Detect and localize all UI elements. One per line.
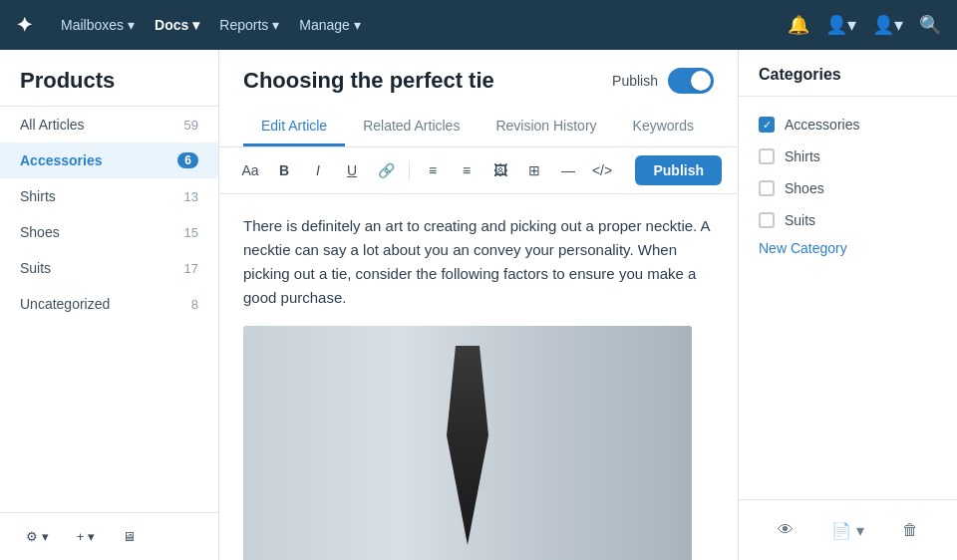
editor-header: Choosing the perfect tie Publish Edit Ar… [219, 50, 738, 147]
nav-manage[interactable]: Manage ▾ [299, 17, 361, 33]
avatar-icon[interactable]: 👤▾ [872, 14, 903, 36]
sidebar-list: All Articles 59 Accessories 6 Shirts 13 … [0, 107, 218, 512]
category-item-accessories[interactable]: ✓ Accessories [739, 109, 957, 140]
toolbar-hr-btn[interactable]: — [553, 155, 583, 185]
category-item-suits[interactable]: Suits [739, 204, 957, 236]
toolbar-code-btn[interactable]: </> [587, 155, 617, 185]
article-title: Choosing the perfect tie [243, 68, 494, 94]
toolbar-align-btn[interactable]: ≡ [452, 155, 481, 185]
sidebar-item-accessories[interactable]: Accessories 6 [0, 142, 218, 178]
category-item-shoes[interactable]: Shoes [739, 172, 957, 204]
export-button[interactable]: 📄 ▾ [829, 512, 865, 548]
editor-tabs: Edit Article Related Articles Revision H… [243, 108, 714, 146]
delete-button[interactable]: 🗑 [892, 512, 928, 548]
toolbar-image-btn[interactable]: 🖼 [485, 155, 515, 185]
toolbar-underline-btn[interactable]: U [337, 155, 367, 185]
checkbox-accessories[interactable]: ✓ [759, 117, 775, 133]
editor-title-row: Choosing the perfect tie Publish [243, 68, 714, 94]
tab-revision-history[interactable]: Revision History [478, 108, 614, 146]
logo: ✦ [16, 13, 33, 37]
bell-icon[interactable]: 🔔 [788, 14, 809, 36]
search-icon[interactable]: 🔍 [919, 14, 941, 36]
tab-edit-article[interactable]: Edit Article [243, 108, 345, 146]
toolbar-link-btn[interactable]: 🔗 [371, 155, 401, 185]
checkbox-suits[interactable] [759, 212, 775, 228]
right-panel-footer: 👁 📄 ▾ 🗑 [739, 499, 957, 560]
article-image [243, 326, 692, 560]
publish-row: Publish [612, 68, 714, 94]
toolbar-publish-button[interactable]: Publish [635, 155, 722, 185]
editor-panel: Choosing the perfect tie Publish Edit Ar… [219, 50, 738, 560]
content-area: Choosing the perfect tie Publish Edit Ar… [219, 50, 738, 560]
editor-body[interactable]: There is definitely an art to creating a… [219, 194, 738, 560]
checkbox-shirts[interactable] [759, 148, 775, 164]
sidebar-item-suits[interactable]: Suits 17 [0, 250, 218, 286]
toolbar-table-btn[interactable]: ⊞ [519, 155, 549, 185]
editor-paragraph: There is definitely an art to creating a… [243, 214, 714, 310]
settings-button[interactable]: ⚙ ▾ [16, 523, 59, 550]
toolbar-font-btn[interactable]: Aa [235, 155, 265, 185]
categories-header: Categories [739, 50, 957, 97]
main-layout: Products All Articles 59 Accessories 6 S… [0, 50, 957, 560]
sidebar-item-uncategorized[interactable]: Uncategorized 8 [0, 286, 218, 322]
nav-mailboxes[interactable]: Mailboxes ▾ [61, 17, 135, 33]
sidebar-footer: ⚙ ▾ + ▾ 🖥 [0, 512, 218, 560]
toolbar-list-btn[interactable]: ≡ [418, 155, 448, 185]
editor-toolbar: Aa B I U 🔗 ≡ ≡ 🖼 ⊞ — </> Publish [219, 147, 738, 194]
preview-button[interactable]: 🖥 [113, 523, 146, 550]
tab-keywords[interactable]: Keywords [615, 108, 712, 146]
top-navigation: ✦ Mailboxes ▾ Docs ▾ Reports ▾ Manage ▾ … [0, 0, 957, 50]
new-category-link[interactable]: New Category [739, 236, 957, 268]
preview-article-button[interactable]: 👁 [768, 512, 803, 548]
nav-reports[interactable]: Reports ▾ [219, 17, 279, 33]
nav-right-icons: 🔔 👤▾ 👤▾ 🔍 [788, 14, 941, 36]
sidebar: Products All Articles 59 Accessories 6 S… [0, 50, 219, 560]
category-list: ✓ Accessories Shirts Shoes Suits New Cat… [739, 97, 957, 499]
sidebar-item-shoes[interactable]: Shoes 15 [0, 214, 218, 250]
user-circle-icon[interactable]: 👤▾ [825, 14, 856, 36]
sidebar-item-all-articles[interactable]: All Articles 59 [0, 107, 218, 142]
nav-docs[interactable]: Docs ▾ [155, 17, 199, 33]
checkbox-shoes[interactable] [759, 180, 775, 196]
toolbar-bold-btn[interactable]: B [269, 155, 299, 185]
toolbar-italic-btn[interactable]: I [303, 155, 333, 185]
sidebar-item-shirts[interactable]: Shirts 13 [0, 178, 218, 214]
sidebar-header: Products [0, 50, 218, 107]
tab-related-articles[interactable]: Related Articles [345, 108, 478, 146]
publish-toggle[interactable] [668, 68, 714, 94]
right-panel: Categories ✓ Accessories Shirts Shoes Su… [738, 50, 957, 560]
add-button[interactable]: + ▾ [67, 523, 105, 550]
toolbar-separator-1 [409, 160, 410, 180]
category-item-shirts[interactable]: Shirts [739, 140, 957, 172]
publish-label: Publish [612, 73, 658, 89]
